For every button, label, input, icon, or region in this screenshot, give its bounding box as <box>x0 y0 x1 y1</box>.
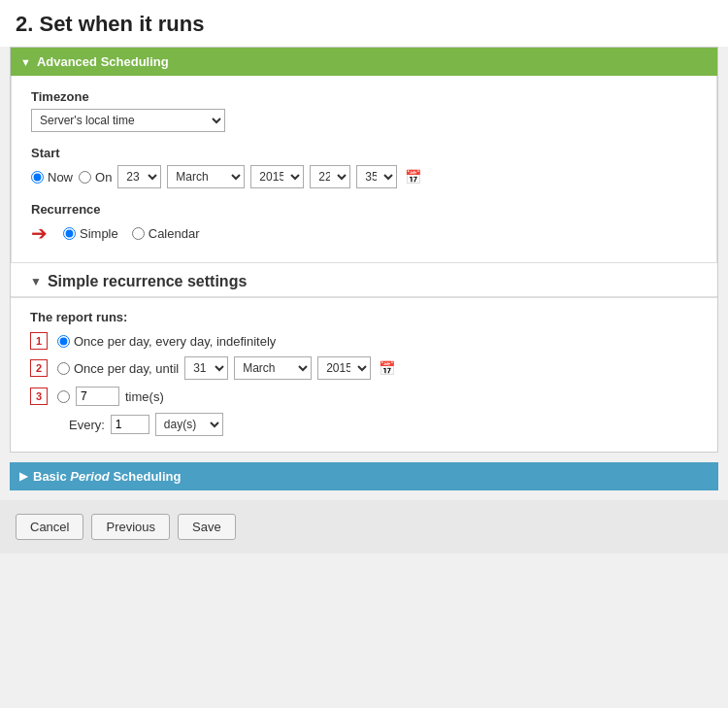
every-unit-select[interactable]: day(s) <box>155 413 223 436</box>
option-2-badge: 2 <box>30 359 48 377</box>
every-row: Every: day(s) <box>69 413 698 436</box>
recurrence-label: Recurrence <box>31 202 697 217</box>
option-2-radio-label[interactable]: Once per day, until <box>57 361 179 376</box>
option-2-label: Once per day, until <box>74 361 179 376</box>
start-day-select[interactable]: 23 <box>117 165 161 188</box>
option-2-row: 2 Once per day, until 31 March 2015 📅 <box>30 356 698 380</box>
basic-scheduling-arrow-icon: ▶ <box>19 470 27 483</box>
option-1-badge: 1 <box>30 332 48 350</box>
option-3-badge: 3 <box>30 388 48 405</box>
recurrence-row: ➔ Simple Calendar <box>31 221 697 245</box>
start-month-select[interactable]: March <box>167 165 245 188</box>
save-button[interactable]: Save <box>178 514 236 540</box>
simple-radio[interactable] <box>63 227 76 240</box>
recurrence-arrow-icon: ➔ <box>31 221 48 245</box>
until-day-select[interactable]: 31 <box>184 356 228 380</box>
calendar-label: Calendar <box>149 226 200 241</box>
simple-recurrence-body: The report runs: 1 Once per day, every d… <box>11 298 717 452</box>
until-month-select[interactable]: March <box>234 356 312 380</box>
advanced-scheduling-body: Timezone Server's local time Start Now O… <box>11 76 717 263</box>
main-content: ▼ Advanced Scheduling Timezone Server's … <box>10 47 718 453</box>
now-radio-label[interactable]: Now <box>31 170 73 185</box>
on-label: On <box>95 170 112 185</box>
now-label: Now <box>48 170 73 185</box>
option-1-label: Once per day, every day, indefinitely <box>74 334 276 349</box>
calendar-radio-label[interactable]: Calendar <box>132 226 200 241</box>
page-title: 2. Set when it runs <box>0 0 728 47</box>
option-1-radio[interactable] <box>57 335 70 348</box>
times-label: time(s) <box>125 389 164 404</box>
previous-button[interactable]: Previous <box>91 514 170 540</box>
timezone-field: Timezone Server's local time <box>31 89 697 132</box>
simple-radio-label[interactable]: Simple <box>63 226 118 241</box>
start-hour-select[interactable]: 22 <box>310 165 350 188</box>
simple-recurrence-label: Simple recurrence settings <box>48 273 247 290</box>
every-input[interactable] <box>111 415 149 434</box>
simple-recurrence-arrow-icon: ▼ <box>30 275 42 288</box>
start-row: Now On 23 March 2015 <box>31 165 697 188</box>
simple-label: Simple <box>80 226 118 241</box>
footer: Cancel Previous Save <box>0 500 728 554</box>
start-label: Start <box>31 146 697 160</box>
basic-scheduling-label: Basic Period Scheduling <box>33 469 181 484</box>
advanced-scheduling-label: Advanced Scheduling <box>37 54 169 69</box>
every-label: Every: <box>69 418 105 432</box>
until-calendar-icon[interactable]: 📅 <box>377 358 396 378</box>
until-year-select[interactable]: 2015 <box>317 356 371 380</box>
start-field: Start Now On 23 March <box>31 146 697 188</box>
timezone-select[interactable]: Server's local time <box>31 109 225 132</box>
option-3-radio-label[interactable] <box>57 390 70 403</box>
simple-recurrence-header[interactable]: ▼ Simple recurrence settings <box>11 263 717 297</box>
start-minute-select[interactable]: 35 <box>356 165 397 188</box>
advanced-scheduling-header[interactable]: ▼ Advanced Scheduling <box>11 48 717 76</box>
calendar-radio[interactable] <box>132 227 145 240</box>
report-runs-label: The report runs: <box>30 310 698 324</box>
on-radio-label[interactable]: On <box>79 170 112 185</box>
basic-scheduling-header[interactable]: ▶ Basic Period Scheduling <box>10 462 718 490</box>
option-3-row: 3 time(s) <box>30 387 698 406</box>
start-calendar-icon[interactable]: 📅 <box>403 167 422 186</box>
cancel-button[interactable]: Cancel <box>16 514 83 540</box>
option-1-radio-label[interactable]: Once per day, every day, indefinitely <box>57 334 276 349</box>
on-radio[interactable] <box>79 171 91 184</box>
recurrence-field: Recurrence ➔ Simple Calendar <box>31 202 697 245</box>
now-radio[interactable] <box>31 171 44 184</box>
start-year-select[interactable]: 2015 <box>250 165 304 188</box>
advanced-scheduling-arrow-icon: ▼ <box>20 56 31 68</box>
timezone-label: Timezone <box>31 89 697 104</box>
times-input[interactable] <box>76 387 119 406</box>
option-3-radio[interactable] <box>57 390 70 403</box>
option-1-row: 1 Once per day, every day, indefinitely <box>30 332 698 350</box>
option-2-radio[interactable] <box>57 362 70 375</box>
